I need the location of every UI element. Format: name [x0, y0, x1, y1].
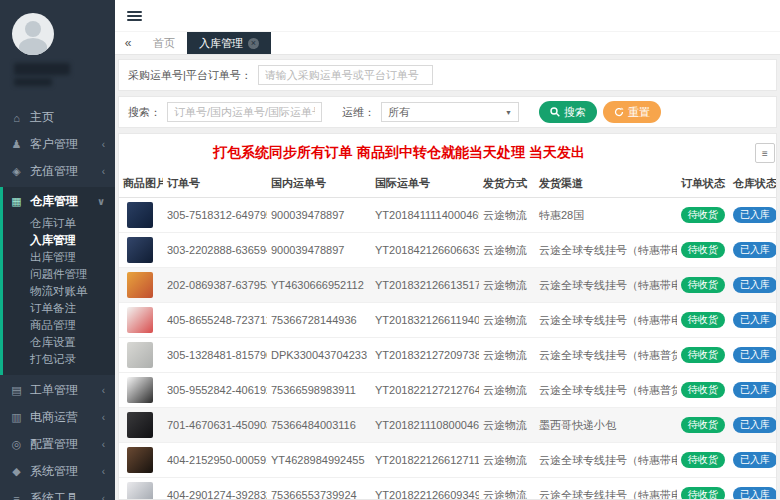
cell-warehouse-status: 已入库	[729, 478, 777, 500]
cell-channel: 特惠28国	[535, 198, 677, 233]
tab-close-icon[interactable]: ×	[248, 38, 259, 49]
table-row[interactable]: 305-7518312-6497952900039478897YT2018411…	[119, 198, 777, 233]
sidebar-item-work-orders[interactable]: ▤工单管理‹	[0, 377, 115, 404]
cell-domestic: YT4630666952112	[267, 268, 371, 303]
table-row[interactable]: 405-8655248-723712475366728144936YT20183…	[119, 303, 777, 338]
sidebar-item-ecommerce[interactable]: ▥电商运营‹	[0, 404, 115, 431]
sidebar-subitem-inbound[interactable]: 入库管理	[3, 232, 115, 249]
tab-inbound[interactable]: 入库管理 ×	[187, 32, 271, 54]
sidebar-item-warehouse[interactable]: ▦仓库管理∨	[3, 188, 115, 215]
reset-button[interactable]: 重置	[603, 101, 661, 123]
cell-channel: 云途全球专线挂号（特惠普货）	[535, 373, 677, 408]
cell-method: 云途物流	[479, 303, 535, 338]
sidebar-item-recharge[interactable]: ◈充值管理‹	[0, 158, 115, 185]
sidebar-subitem-warehouse-orders[interactable]: 仓库订单	[3, 215, 115, 232]
warehouse-icon: ▦	[10, 195, 23, 208]
product-thumbnail[interactable]	[127, 412, 153, 438]
cell-channel: 墨西哥快递小包	[535, 408, 677, 443]
sidebar-item-tools[interactable]: ≡系统工具‹	[0, 485, 115, 500]
cell-intl: YT2018221266093490	[371, 478, 479, 500]
workorder-icon: ▤	[10, 384, 23, 397]
sidebar-subitem-packing-records[interactable]: 打包记录	[3, 351, 115, 368]
user-panel	[0, 0, 115, 96]
customer-icon: ♟	[10, 138, 23, 151]
cell-method: 云途物流	[479, 478, 535, 500]
cell-order: 404-2901274-3928327	[163, 478, 267, 500]
sidebar-item-home[interactable]: ⌂主页	[0, 104, 115, 131]
cell-image	[119, 268, 163, 303]
purchase-filter-panel: 采购运单号|平台订单号：	[118, 59, 777, 91]
column-header-method: 发货方式	[479, 169, 535, 198]
sidebar-item-customers[interactable]: ♟客户管理‹	[0, 131, 115, 158]
menu-toggle-icon[interactable]	[127, 9, 142, 23]
warehouse-status-badge: 已入库	[733, 242, 777, 258]
sidebar-item-config[interactable]: ◎配置管理‹	[0, 431, 115, 458]
tools-icon: ≡	[10, 493, 23, 500]
product-thumbnail[interactable]	[127, 272, 153, 298]
cell-order-status: 待收货	[677, 408, 729, 443]
ops-select[interactable]: 所有 ▼	[381, 102, 519, 122]
product-thumbnail[interactable]	[127, 342, 153, 368]
purchase-order-input[interactable]	[258, 65, 433, 85]
app-window: ⌂主页♟客户管理‹◈充值管理‹▦仓库管理∨仓库订单入库管理出库管理问题件管理物流…	[0, 0, 780, 500]
table-row[interactable]: 303-2202888-6365943900039478897YT2018421…	[119, 233, 777, 268]
sidebar-subitem-problem-items[interactable]: 问题件管理	[3, 266, 115, 283]
table-row[interactable]: 202-0869387-6379533YT4630666952112YT2018…	[119, 268, 777, 303]
search-button[interactable]: 搜索	[539, 101, 597, 123]
sidebar-subitem-logistics-statement[interactable]: 物流对账单	[3, 283, 115, 300]
sidebar-item-label: 工单管理	[30, 382, 78, 399]
cell-order-status: 待收货	[677, 338, 729, 373]
sync-notice: 打包系统同步所有订单 商品到中转仓就能当天处理 当天发出	[119, 134, 679, 169]
ecommerce-icon: ▥	[10, 411, 23, 424]
cell-domestic: 75366484003116	[267, 408, 371, 443]
product-thumbnail[interactable]	[127, 202, 153, 228]
tab-home[interactable]: 首页	[141, 32, 187, 54]
product-thumbnail[interactable]	[127, 307, 153, 333]
table-settings-button[interactable]: ≡	[755, 143, 775, 163]
table-body: 305-7518312-6497952900039478897YT2018411…	[119, 198, 777, 500]
column-header-intl: 国际运单号	[371, 169, 479, 198]
table-row[interactable]: 701-4670631-450903375366484003116YT20182…	[119, 408, 777, 443]
tabs-collapse-icon[interactable]: «	[115, 32, 141, 54]
table-row[interactable]: 404-2901274-392832775366553739924YT20182…	[119, 478, 777, 500]
purchase-filter-label: 采购运单号|平台订单号：	[128, 68, 252, 83]
main-area: « 首页 入库管理 × 采购运单号|平台订单号： 搜索： 运维： 所有 ▼	[115, 0, 780, 500]
cell-order-status: 待收货	[677, 443, 729, 478]
cell-warehouse-status: 已入库	[729, 373, 777, 408]
sidebar-item-system[interactable]: ◆系统管理‹	[0, 458, 115, 485]
refresh-icon	[614, 107, 624, 117]
cell-order-status: 待收货	[677, 303, 729, 338]
column-header-warehouse-status: 仓库状态	[729, 169, 777, 198]
product-thumbnail[interactable]	[127, 237, 153, 263]
product-thumbnail[interactable]	[127, 377, 153, 403]
chevron-left-icon: ‹	[102, 439, 105, 450]
table-row[interactable]: 305-1328481-8157960DPK330043704233YT2018…	[119, 338, 777, 373]
sidebar-subitem-order-remarks[interactable]: 订单备注	[3, 300, 115, 317]
config-icon: ◎	[10, 438, 23, 451]
cell-intl: YT2018421266066390	[371, 233, 479, 268]
cell-intl: YT2018321266135177	[371, 268, 479, 303]
cell-channel: 云途全球专线挂号（特惠带电）	[535, 303, 677, 338]
cell-warehouse-status: 已入库	[729, 443, 777, 478]
avatar[interactable]	[12, 13, 54, 55]
warehouse-status-badge: 已入库	[733, 347, 777, 363]
cell-domestic: DPK330043704233	[267, 338, 371, 373]
product-thumbnail[interactable]	[127, 482, 153, 500]
sidebar-subitem-outbound[interactable]: 出库管理	[3, 249, 115, 266]
sidebar-subitem-warehouse-settings[interactable]: 仓库设置	[3, 334, 115, 351]
table-row[interactable]: 404-2152950-0005918YT4628984992455YT2018…	[119, 443, 777, 478]
product-thumbnail[interactable]	[127, 447, 153, 473]
cell-domestic: 900039478897	[267, 233, 371, 268]
cell-channel: 云途全球专线挂号（特惠带电）	[535, 233, 677, 268]
table-row[interactable]: 305-9552842-406192975366598983911YT20182…	[119, 373, 777, 408]
cell-image	[119, 373, 163, 408]
tab-bar: « 首页 入库管理 ×	[115, 31, 780, 55]
cell-domestic: 75366598983911	[267, 373, 371, 408]
reset-button-label: 重置	[628, 105, 650, 120]
user-role-redacted	[14, 78, 52, 86]
sidebar-subitem-goods[interactable]: 商品管理	[3, 317, 115, 334]
cell-domestic: 75366728144936	[267, 303, 371, 338]
cell-warehouse-status: 已入库	[729, 268, 777, 303]
search-input[interactable]	[167, 102, 322, 122]
sidebar-item-label: 仓库管理	[30, 193, 78, 210]
